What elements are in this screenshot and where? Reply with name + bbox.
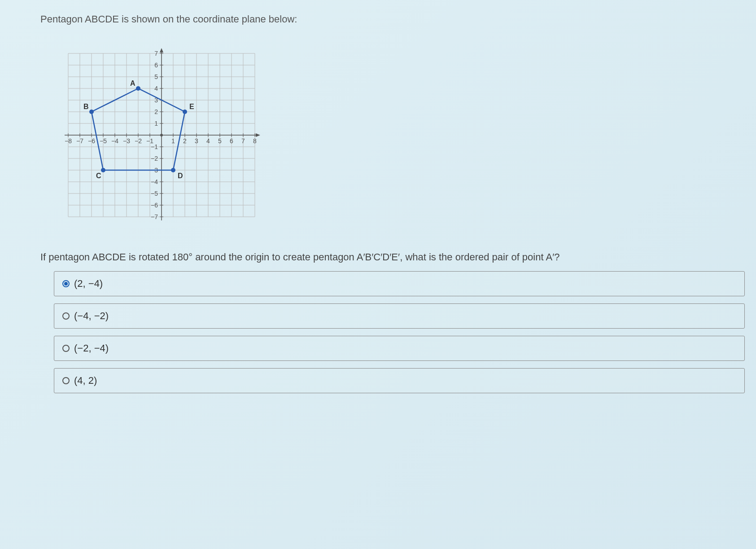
- svg-text:4: 4: [206, 137, 210, 145]
- svg-text:−5: −5: [100, 137, 107, 145]
- svg-marker-35: [160, 48, 163, 53]
- option-label: (2, −4): [74, 278, 103, 290]
- radio-icon: [62, 312, 70, 320]
- svg-text:7: 7: [154, 50, 158, 57]
- svg-text:7: 7: [241, 137, 245, 145]
- svg-text:−4: −4: [111, 137, 118, 145]
- option-label: (4, 2): [74, 375, 97, 386]
- svg-text:−6: −6: [151, 202, 158, 209]
- svg-text:−7: −7: [76, 137, 83, 145]
- svg-text:8: 8: [253, 137, 257, 145]
- answer-options: (2, −4) (−4, −2) (−2, −4) (4, 2): [54, 271, 747, 393]
- svg-text:−3: −3: [123, 137, 130, 145]
- svg-point-98: [136, 86, 140, 91]
- coordinate-graph: −8−7−6−5−4−3−2−112345678−7−6−5−4−3−2−112…: [54, 39, 747, 233]
- svg-text:−5: −5: [151, 190, 158, 197]
- svg-text:A: A: [130, 79, 135, 87]
- svg-text:B: B: [83, 103, 89, 110]
- svg-text:6: 6: [154, 61, 158, 69]
- option-a[interactable]: (2, −4): [54, 271, 745, 296]
- question-intro: Pentagon ABCDE is shown on the coordinat…: [40, 13, 747, 25]
- svg-point-96: [160, 134, 163, 136]
- svg-point-104: [171, 168, 175, 172]
- option-d[interactable]: (4, 2): [54, 368, 745, 393]
- svg-text:3: 3: [195, 137, 198, 145]
- svg-text:2: 2: [183, 137, 187, 145]
- svg-text:−7: −7: [151, 213, 158, 220]
- svg-text:−1: −1: [151, 143, 158, 150]
- svg-text:−2: −2: [135, 137, 142, 145]
- radio-icon: [62, 280, 70, 287]
- svg-text:−8: −8: [65, 137, 72, 145]
- svg-point-106: [183, 110, 187, 114]
- svg-point-102: [101, 168, 105, 172]
- svg-text:5: 5: [218, 137, 222, 145]
- svg-text:1: 1: [154, 120, 158, 127]
- option-label: (−2, −4): [74, 343, 109, 354]
- option-c[interactable]: (−2, −4): [54, 336, 745, 361]
- svg-text:D: D: [178, 172, 183, 180]
- svg-text:1: 1: [171, 137, 175, 145]
- svg-text:E: E: [189, 103, 194, 110]
- svg-point-100: [89, 110, 94, 114]
- option-label: (−4, −2): [74, 310, 109, 322]
- svg-text:−2: −2: [151, 155, 158, 162]
- svg-text:−4: −4: [151, 178, 158, 185]
- svg-text:2: 2: [154, 108, 158, 115]
- svg-text:6: 6: [230, 137, 233, 145]
- svg-marker-34: [256, 133, 260, 137]
- svg-text:5: 5: [154, 73, 158, 80]
- svg-text:C: C: [96, 172, 101, 180]
- radio-icon: [62, 377, 70, 384]
- radio-icon: [62, 345, 70, 352]
- question-text: If pentagon ABCDE is rotated 180° around…: [40, 251, 747, 263]
- option-b[interactable]: (−4, −2): [54, 303, 745, 329]
- svg-text:−6: −6: [88, 137, 95, 145]
- svg-text:4: 4: [154, 85, 158, 92]
